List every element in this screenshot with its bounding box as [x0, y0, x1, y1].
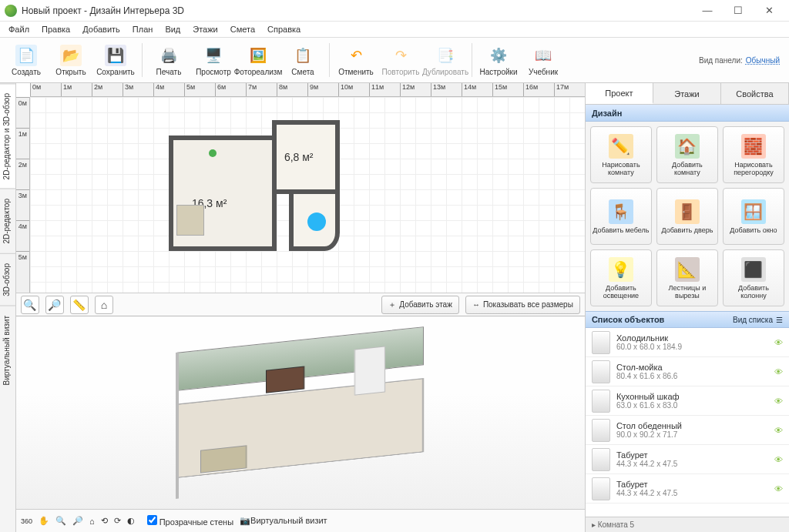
design-icon: ✏️	[609, 134, 633, 159]
transparent-walls-checkbox[interactable]: Прозрачные стены	[147, 515, 234, 527]
design-btn-2[interactable]: 🧱Нарисовать перегородку	[723, 126, 784, 183]
duplicate-button[interactable]: 📑Дублировать	[424, 38, 467, 82]
design-icon: 📐	[675, 257, 700, 282]
pan-button[interactable]: ✋	[39, 516, 49, 526]
redo-button[interactable]: ↷Повторить	[379, 38, 422, 82]
design-btn-5[interactable]: 🪟Добавить окно	[723, 188, 784, 245]
menu-file[interactable]: Файл	[3, 23, 35, 35]
object-item[interactable]: Стол-мойка80.4 x 61.6 x 86.6👁	[586, 357, 789, 386]
open-button[interactable]: 📂Открыть	[49, 38, 92, 82]
design-btn-7[interactable]: 📐Лестницы и вырезы	[656, 249, 718, 306]
design-btn-1[interactable]: 🏠Добавить комнату	[656, 126, 718, 183]
tab-floors[interactable]: Этажи	[653, 83, 721, 104]
menu-estimate[interactable]: Смета	[225, 23, 260, 35]
floorplan[interactable]: 16,3 м² 6,8 м²	[169, 120, 361, 259]
maximize-button[interactable]: ☐	[723, 0, 754, 22]
home-3d-button[interactable]: ⌂	[89, 517, 95, 526]
list-view-toggle[interactable]: Вид списка ☰	[733, 316, 783, 324]
vtab-virtual[interactable]: Виртуальный визит	[0, 306, 15, 395]
fridge-3d-icon[interactable]	[354, 346, 385, 396]
objects-header: Список объектов Вид списка ☰	[586, 311, 789, 328]
home-2d-button[interactable]: ⌂	[95, 296, 113, 314]
design-btn-4[interactable]: 🚪Добавить дверь	[656, 188, 718, 245]
ruler-vertical: 0м1м2м3м4м5м	[16, 97, 30, 293]
eye-icon[interactable]: 👁	[774, 426, 783, 435]
object-thumb-icon	[592, 360, 610, 383]
design-btn-0[interactable]: ✏️Нарисовать комнату	[590, 126, 652, 183]
object-item[interactable]: Холодильник60.0 x 68.0 x 184.9👁	[586, 328, 789, 357]
cam3-button[interactable]: ◐	[127, 516, 135, 526]
plant-icon[interactable]	[209, 149, 217, 157]
eye-icon[interactable]: 👁	[774, 367, 783, 376]
vtab-2d-3d[interactable]: 2D-редактор и 3D-обзор	[0, 83, 15, 189]
vtab-3d[interactable]: 3D-обзор	[0, 253, 15, 306]
eye-icon[interactable]: 👁	[774, 455, 783, 464]
toolbar: 📄Создать 📂Открыть 💾Сохранить 🖨️Печать 🖥️…	[0, 37, 789, 83]
object-thumb-icon	[592, 448, 610, 471]
tab-project[interactable]: Проект	[586, 83, 653, 104]
tab-properties[interactable]: Свойства	[721, 83, 789, 104]
menu-plan[interactable]: План	[127, 23, 159, 35]
design-icon: 🚪	[675, 199, 700, 224]
vtab-2d[interactable]: 2D-редактор	[0, 189, 15, 253]
panel-mode-link[interactable]: Обычный	[746, 56, 780, 65]
objlist-footer: ▸ Комната 5	[586, 517, 789, 532]
tutorial-button[interactable]: 📖Учебник	[522, 38, 565, 82]
toilet-icon[interactable]	[307, 212, 326, 231]
design-icon: 💡	[609, 257, 633, 282]
sofa-icon[interactable]	[176, 205, 204, 236]
close-button[interactable]: ✕	[754, 0, 784, 22]
rotate360-button[interactable]: 360	[21, 517, 32, 525]
3d-viewport[interactable]	[16, 316, 585, 509]
titlebar: Новый проект - Дизайн Интерьера 3D — ☐ ✕	[0, 0, 789, 22]
eye-icon[interactable]: 👁	[774, 396, 783, 406]
zoomout-3d-button[interactable]: 🔍	[55, 516, 66, 526]
ruler-horizontal: 0м1м2м3м4м5м6м7м8м9м10м11м12м13м14м15м16…	[30, 83, 585, 97]
virtual-visit-button[interactable]: 📷Виртуальный визит	[240, 516, 327, 526]
menu-edit[interactable]: Правка	[36, 23, 76, 35]
object-item[interactable]: Табурет44.3 x 44.2 x 47.5👁	[586, 474, 789, 504]
list-icon: ☰	[776, 316, 783, 324]
create-button[interactable]: 📄Создать	[5, 38, 48, 82]
cam2-button[interactable]: ⟳	[114, 516, 121, 526]
menu-help[interactable]: Справка	[262, 23, 306, 35]
eye-icon[interactable]: 👁	[774, 484, 783, 494]
show-sizes-button[interactable]: ↔Показывать все размеры	[465, 296, 580, 314]
object-item[interactable]: Табурет44.3 x 44.2 x 47.5👁	[586, 445, 789, 474]
menu-view[interactable]: Вид	[159, 23, 186, 35]
redo-icon: ↷	[390, 45, 411, 66]
settings-button[interactable]: ⚙️Настройки	[477, 38, 520, 82]
floorplan-canvas[interactable]: 16,3 м² 6,8 м²	[30, 97, 585, 293]
zoomin-3d-button[interactable]: 🔎	[72, 516, 83, 526]
plan-toolbar: 🔍 🔎 📏 ⌂ ＋Добавить этаж ↔Показывать все р…	[16, 293, 585, 316]
design-btn-8[interactable]: ⬛Добавить колонну	[723, 249, 784, 306]
zoomin-2d-button[interactable]: 🔎	[45, 296, 64, 314]
photoreal-button[interactable]: 🖼️Фотореализм	[237, 38, 280, 82]
tv-3d-icon[interactable]	[266, 366, 304, 393]
undo-button[interactable]: ↶Отменить	[334, 38, 378, 82]
save-button[interactable]: 💾Сохранить	[94, 38, 137, 82]
minimize-button[interactable]: —	[692, 0, 723, 22]
cam1-button[interactable]: ⟲	[101, 516, 108, 526]
room2-area: 6,8 м²	[284, 151, 314, 163]
ruler-tool-button[interactable]: 📏	[70, 296, 89, 314]
3d-model[interactable]	[154, 316, 447, 509]
preview-button[interactable]: 🖥️Просмотр	[192, 38, 235, 82]
design-btn-3[interactable]: 🪑Добавить мебель	[590, 188, 652, 245]
3d-toolbar: 360 ✋ 🔍 🔎 ⌂ ⟲ ⟳ ◐ Прозрачные стены 📷Вирт…	[16, 509, 585, 532]
print-button[interactable]: 🖨️Печать	[147, 38, 190, 82]
chevron-right-icon[interactable]: ▸	[592, 520, 596, 529]
design-btn-6[interactable]: 💡Добавить освещение	[590, 249, 652, 306]
add-floor-button[interactable]: ＋Добавить этаж	[381, 296, 459, 314]
object-list[interactable]: Холодильник60.0 x 68.0 x 184.9👁Стол-мойк…	[586, 328, 789, 517]
eye-icon[interactable]: 👁	[774, 338, 783, 347]
menubar: Файл Правка Добавить План Вид Этажи Смет…	[0, 22, 789, 37]
object-item[interactable]: Стол обеденный90.0 x 90.2 x 71.7👁	[586, 416, 789, 445]
menu-add[interactable]: Добавить	[77, 23, 126, 35]
estimate-button[interactable]: 📋Смета	[281, 38, 324, 82]
menu-floors[interactable]: Этажи	[187, 23, 223, 35]
right-tabs: Проект Этажи Свойства	[586, 83, 789, 105]
zoomout-2d-button[interactable]: 🔍	[21, 296, 39, 314]
photo-icon: 🖼️	[247, 45, 269, 66]
object-item[interactable]: Кухонный шкаф63.0 x 61.6 x 83.0👁	[586, 386, 789, 416]
